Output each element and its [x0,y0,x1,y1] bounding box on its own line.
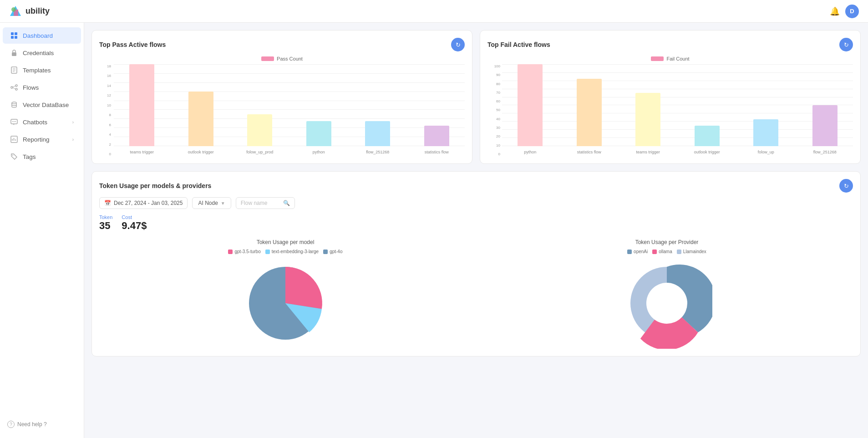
svg-point-19 [12,121,13,122]
fail-bar-folowup [753,119,778,146]
bar-teams-trigger [129,64,154,146]
y-tick: 2 [109,143,111,147]
bar-outlook-trigger [188,92,213,146]
pie-model-legend: gpt-3.5-turbo text-embedding-3-large gpt… [228,249,342,254]
flow-search-placeholder: Flow name [241,200,268,206]
y-tick: 100 [494,64,500,68]
pie-slice-gpt35 [285,267,322,309]
logo-text: ubility [25,6,50,16]
pass-bar-chart: Pass Count 18 16 14 12 10 8 6 [99,56,465,156]
legend-item-gpt35: gpt-3.5-turbo [228,249,260,254]
fail-bar-label-python: python [524,150,536,154]
sidebar-item-tags[interactable]: Tags [3,148,81,165]
svg-point-27 [12,155,13,156]
bar-group-teams-trigger: teams trigger [114,64,170,146]
fail-y-axis: 100 90 80 70 60 50 40 30 20 10 0 [487,64,501,156]
sidebar-item-flows[interactable]: Flows [3,79,81,96]
y-tick: 10 [496,143,500,148]
notification-button[interactable]: 🔔 [830,6,840,16]
fail-bar-group-python: python [502,64,558,146]
header-right: 🔔 D [830,5,859,18]
fail-bar-label-statistics: statistics flow [577,150,601,154]
bar-folow-up-prod [247,114,272,146]
token-stats-row: Token 35 Cost 9.47$ [99,214,853,232]
pie-charts-row: Token Usage per model gpt-3.5-turbo text… [99,239,853,349]
flow-search-filter[interactable]: Flow name 🔍 [236,197,295,209]
svg-point-12 [11,87,13,88]
legend-dot-llamaindex [677,250,681,254]
fail-chart-title: Top Fail Active flows [487,41,550,48]
pie-model-title: Token Usage per model [257,239,315,245]
sidebar: Dashboard Credentials [0,23,84,438]
legend-label-gpt4o: gpt-4o [330,249,342,254]
pass-chart-title: Top Pass Active flows [99,41,166,48]
legend-item-ollama: ollama [652,249,672,254]
sidebar-item-vector-database[interactable]: Vector DataBase [3,97,81,113]
filters-row: 📅 Dec 27, 2024 - Jan 03, 2025 AI Node ▼ … [99,197,853,209]
svg-rect-6 [15,36,17,39]
book-icon [10,66,18,74]
legend-dot-embedding [265,250,270,254]
y-tick: 50 [496,108,500,112]
pie-model-chart [240,258,331,349]
sidebar-item-chatbots[interactable]: Chatbots › [3,114,81,130]
y-tick: 14 [107,84,111,88]
token-usage-title: Token Usage per models & providers [99,182,211,189]
token-usage-refresh-button[interactable]: ↻ [839,179,853,193]
fail-bar-python [518,64,543,146]
sidebar-item-reporting[interactable]: Reporting › [3,131,81,148]
token-usage-header: Token Usage per models & providers ↻ [99,179,853,193]
bar-python [306,121,331,146]
avatar[interactable]: D [845,5,859,18]
help-text: Need help ? [17,421,47,428]
token-stat: Token 35 [99,214,112,232]
bar-group-python: python [291,64,347,146]
legend-label-gpt35: gpt-3.5-turbo [234,249,260,254]
flows-icon [10,83,18,92]
calendar-icon: 📅 [104,200,111,206]
y-tick: 18 [107,64,111,68]
sidebar-footer[interactable]: ? Need help ? [0,415,84,433]
cost-stat: Cost 9.47$ [122,214,147,232]
y-tick: 10 [107,103,111,107]
y-tick: 30 [496,126,500,130]
date-filter[interactable]: 📅 Dec 27, 2024 - Jan 03, 2025 [99,197,188,209]
legend-item-embedding: text-embedding-3-large [265,249,319,254]
fail-bars: python statistics flow teams trigger [502,64,853,146]
fail-bar-teams [635,93,660,146]
svg-line-15 [13,86,15,87]
sidebar-label-dashboard: Dashboard [23,32,53,39]
y-tick: 8 [109,113,111,117]
legend-item-openai: openAi [627,249,648,254]
cost-label: Cost [122,214,147,220]
bar-group-outlook-trigger: outlook trigger [173,64,229,146]
fail-chart-legend: Fail Count [487,56,853,61]
fail-chart-refresh-button[interactable]: ↻ [839,38,853,51]
svg-rect-3 [11,32,14,35]
legend-item-gpt4o: gpt-4o [323,249,342,254]
pie-provider-section: Token Usage per Provider openAi ollama [481,239,853,349]
bar-statistics-flow [424,126,449,146]
pie-provider-title: Token Usage per Provider [635,239,699,245]
token-label: Token [99,214,112,220]
legend-dot-ollama [652,250,657,254]
svg-rect-5 [11,36,14,39]
pass-chart-refresh-button[interactable]: ↻ [451,38,465,51]
sidebar-item-credentials[interactable]: Credentials [3,45,81,61]
sidebar-item-dashboard[interactable]: Dashboard [3,27,81,44]
y-tick: 16 [107,74,111,78]
pass-chart-legend: Pass Count [99,56,465,61]
svg-point-20 [14,121,15,122]
bar-label-python: python [313,150,325,154]
sidebar-label-chatbots: Chatbots [23,119,47,126]
pass-y-axis: 18 16 14 12 10 8 6 4 2 0 [99,64,112,156]
sidebar-item-templates[interactable]: Templates [3,62,81,78]
fail-bar-chart: Fail Count 100 90 80 70 60 50 40 [487,56,853,156]
node-filter[interactable]: AI Node ▼ [192,197,231,209]
bar-label-teams-trigger: teams trigger [130,150,154,154]
fail-bar-group-folowup: folow_up [738,64,794,146]
sidebar-label-vector-database: Vector DataBase [23,102,69,108]
app-header: ubility 🔔 D [0,0,868,23]
y-tick: 12 [107,93,111,97]
fail-bar-group-outlook: outlook trigger [679,64,736,146]
